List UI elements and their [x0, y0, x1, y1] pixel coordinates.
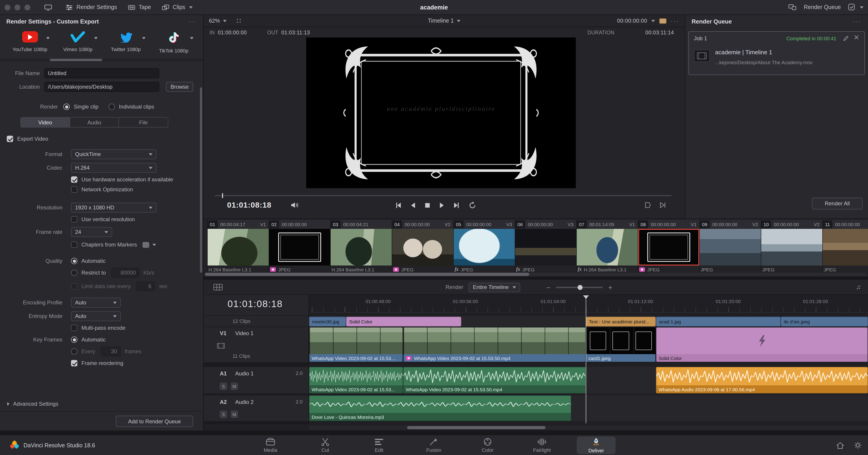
keyframes-every-radio[interactable]	[71, 348, 78, 355]
a1-solo-button[interactable]: S	[220, 383, 227, 390]
playhead[interactable]	[586, 297, 586, 423]
track-v1-id[interactable]: V1	[220, 330, 226, 336]
dual-screen-icon[interactable]	[44, 4, 52, 11]
page-tab-edit[interactable]: Edit	[360, 436, 399, 454]
tab-file[interactable]: File	[119, 118, 168, 127]
multipass-checkbox[interactable]	[71, 325, 78, 331]
frame-rate-select[interactable]: 24	[71, 227, 112, 237]
clip-thumbnail[interactable]	[208, 229, 269, 266]
video-preview[interactable]: une académie pluridisciplinaire	[306, 37, 576, 188]
page-tab-fusion[interactable]: Fusion	[414, 436, 453, 454]
chevron-down-icon[interactable]	[457, 20, 461, 22]
clip-thumbnail[interactable]	[638, 229, 699, 266]
restrict-rate-input[interactable]	[111, 268, 139, 278]
scrubber-playhead[interactable]	[222, 193, 223, 198]
play-reverse-button[interactable]	[409, 202, 416, 209]
export-video-checkbox[interactable]	[7, 136, 13, 142]
tab-audio[interactable]: Audio	[70, 118, 119, 127]
preset-scrollbar[interactable]	[0, 59, 203, 61]
chevron-down-icon[interactable]	[860, 6, 864, 8]
timeline-clip[interactable]: Solid Color	[346, 316, 461, 327]
codec-select[interactable]: H.264	[71, 163, 156, 173]
zoom-slider-knob[interactable]	[578, 285, 583, 290]
timeline-audio-clip[interactable]: WhatsApp Audio 2023-09-06 at 17.00.56.mp…	[656, 367, 868, 393]
page-tab-deliver[interactable]: Deliver	[577, 436, 616, 454]
play-button[interactable]	[438, 202, 445, 209]
edit-job-icon[interactable]	[843, 35, 849, 41]
remove-job-icon[interactable]	[854, 35, 859, 40]
clip-cell[interactable]: 1000:00:00:00V2 JPEG	[761, 220, 822, 273]
page-tab-color[interactable]: Color	[468, 436, 507, 454]
clip-thumbnail[interactable]	[700, 229, 761, 266]
a2-mute-button[interactable]: M	[231, 411, 238, 418]
vertical-resolution-checkbox[interactable]	[71, 216, 78, 222]
clip-thumbnail[interactable]	[392, 229, 453, 266]
page-tab-fairlight[interactable]: Fairlight	[522, 436, 561, 454]
cue-mark-icon[interactable]	[645, 202, 651, 209]
audio-waveform-toggle-icon[interactable]: ♫	[856, 283, 861, 291]
viewer-timecode[interactable]: 00:00:00:00	[617, 18, 647, 24]
a1-mute-button[interactable]: M	[231, 383, 238, 390]
timeline-clip[interactable]: Text - Une académie plurid...	[586, 316, 656, 327]
clip-cell[interactable]: 0700:01:14:05V1 fxH.264 Baseline L3.1	[576, 220, 638, 273]
track-a1-name[interactable]: Audio 1	[235, 370, 253, 377]
keyframes-automatic-radio[interactable]	[71, 336, 78, 343]
panel-scrollbar[interactable]	[200, 87, 202, 273]
timeline-video-clip[interactable]: card1.jpeg	[586, 327, 656, 362]
resolution-select[interactable]: 1920 x 1080 HD	[71, 203, 156, 213]
clip-thumbnail[interactable]	[331, 229, 392, 266]
render-range-select[interactable]: Entire Timeline	[469, 282, 520, 292]
browse-button[interactable]: Browse	[166, 82, 193, 92]
clip-thumbnail[interactable]	[454, 229, 515, 266]
chevron-down-icon[interactable]	[651, 20, 655, 22]
clip-thumbnail[interactable]	[269, 229, 330, 266]
clip-cell[interactable]: 0200:00:00:00 JPEG	[269, 220, 330, 273]
clip-cell[interactable]: 0100:00:04:17V1 H.264 Baseline L3.1	[207, 220, 269, 273]
location-input[interactable]	[44, 82, 159, 92]
clip-thumbnail[interactable]	[577, 229, 638, 266]
workspace-icon[interactable]	[848, 4, 855, 11]
track-a1-id[interactable]: A1	[220, 370, 227, 377]
file-name-input[interactable]	[44, 68, 159, 78]
gear-icon[interactable]	[854, 442, 862, 449]
speaker-icon[interactable]	[291, 202, 299, 209]
close-window-button[interactable]	[4, 4, 10, 10]
timeline-scrollbar[interactable]	[309, 426, 868, 430]
viewer-zoom-value[interactable]: 62%	[209, 18, 220, 24]
encoding-profile-select[interactable]: Auto	[71, 298, 121, 308]
timeline-audio-clip[interactable]: Dove Love - Quincas Moreira.mp3	[309, 395, 571, 421]
jump-to-end-icon[interactable]	[659, 202, 666, 209]
timeline-video-clip[interactable]: Solid Color	[656, 327, 868, 362]
clip-cell[interactable]: 1100:00:00:00 JPEG	[822, 220, 868, 273]
page-tab-media[interactable]: Media	[251, 436, 290, 454]
clip-thumbnail[interactable]	[515, 229, 576, 266]
entropy-mode-select[interactable]: Auto	[71, 311, 121, 321]
preset-vimeo[interactable]: Vimeo 1080p	[62, 31, 94, 53]
network-optimization-checkbox[interactable]	[71, 186, 78, 193]
chevron-down-icon[interactable]	[142, 37, 146, 39]
clip-cell[interactable]: 0600:00:00:00V3 fxJPEG	[515, 220, 576, 273]
clip-thumbnail[interactable]	[761, 229, 822, 266]
keyframes-input[interactable]	[101, 346, 121, 356]
home-icon[interactable]	[836, 442, 844, 449]
loop-button[interactable]	[469, 202, 476, 209]
preset-tiktok[interactable]: TikTok 1080p	[157, 31, 190, 53]
stop-button[interactable]	[424, 202, 431, 209]
marker-color-swatch[interactable]	[142, 242, 149, 248]
render-queue-toggle[interactable]: Render Queue	[801, 2, 844, 13]
add-to-render-queue-button[interactable]: Add to Render Queue	[116, 416, 193, 427]
viewer-options-icon[interactable]	[236, 18, 242, 24]
quality-automatic-radio[interactable]	[71, 258, 78, 264]
timeline-video-clip[interactable]: WhatsApp Video 2023-09-02 at 15.53.50.mp…	[403, 327, 586, 362]
clip-cell[interactable]: 0900:00:00:00V2 JPEG	[699, 220, 761, 273]
queue-options-icon[interactable]: ···	[853, 18, 862, 25]
limit-data-rate-checkbox[interactable]	[71, 283, 78, 290]
clip-cell[interactable]: 0500:00:00:00V3 fxJPEG	[453, 220, 515, 273]
individual-clips-radio[interactable]	[108, 103, 115, 110]
clips-toggle[interactable]: Clips	[156, 2, 198, 13]
timeline-ruler[interactable]: 01:00:48:00 01:00:56:00 01:01:04:00 01:0…	[309, 295, 868, 312]
preset-youtube[interactable]: YouTube 1080p	[13, 31, 46, 53]
page-tab-cut[interactable]: Cut	[306, 436, 345, 454]
hardware-acceleration-checkbox[interactable]	[71, 176, 78, 183]
clip-cell-selected[interactable]: 0800:00:00:00V1 JPEG	[638, 220, 699, 273]
